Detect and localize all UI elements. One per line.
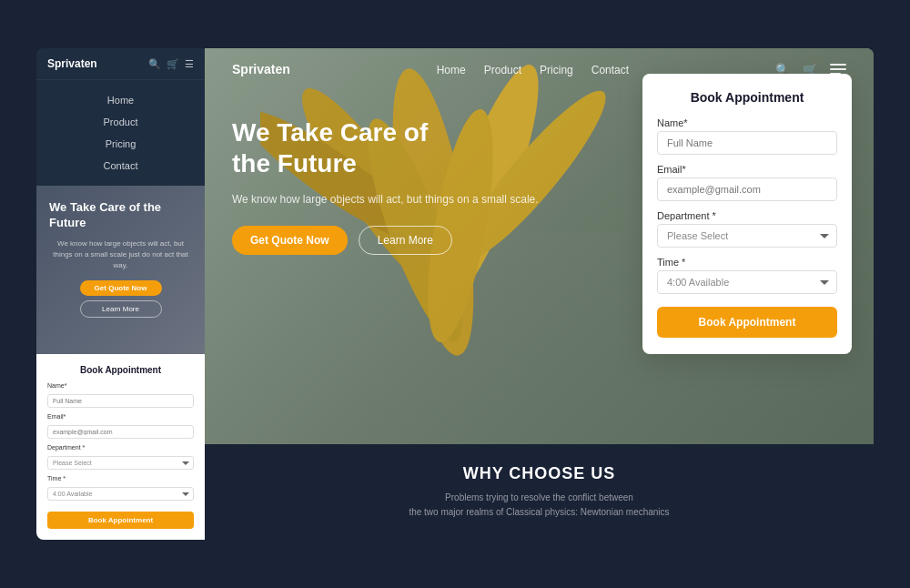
book-card-title: Book Appointment — [657, 90, 837, 105]
mobile-dept-select[interactable]: Please Select — [47, 456, 194, 470]
mobile-dept-group: Department * Please Select — [47, 444, 194, 470]
mobile-nav-contact[interactable]: Contact — [36, 155, 205, 177]
mobile-book-card: Book Appointment Name* Email* Department… — [36, 354, 205, 540]
mobile-quote-button[interactable]: Get Quote Now — [80, 280, 162, 296]
hero-title-line2: the Future — [232, 149, 357, 177]
mobile-time-label: Time * — [47, 475, 194, 482]
search-icon[interactable]: 🔍 — [148, 58, 161, 70]
mobile-name-group: Name* — [47, 382, 194, 408]
mobile-book-button[interactable]: Book Appointment — [47, 512, 194, 529]
mobile-dept-label: Department * — [47, 444, 194, 451]
desktop-nav-links: Home Product Pricing Contact — [437, 61, 629, 77]
menu-icon[interactable]: ☰ — [185, 58, 194, 70]
hero-section: Sprivaten Home Product Pricing Contact 🔍… — [205, 48, 874, 444]
dept-group: Department * Please Select — [657, 210, 837, 248]
name-label: Name* — [657, 117, 837, 128]
email-input[interactable] — [657, 177, 837, 201]
mobile-hero-title: We Take Care of the Future — [49, 200, 192, 231]
book-appointment-button[interactable]: Book Appointment — [657, 307, 837, 338]
mobile-name-label: Name* — [47, 382, 194, 389]
mobile-nav-header: Sprivaten 🔍 🛒 ☰ — [36, 48, 205, 80]
mobile-hero-text: We know how large objects will act, but … — [49, 238, 192, 271]
mobile-logo: Sprivaten — [47, 57, 97, 70]
mobile-btn-group: Get Quote Now Learn More — [49, 280, 192, 318]
cart-icon[interactable]: 🛒 — [167, 58, 179, 70]
book-appointment-card: Book Appointment Name* Email* Department… — [642, 74, 852, 354]
why-text-line2: the two major realms of Classical physic… — [409, 507, 669, 517]
mobile-email-input[interactable] — [47, 425, 194, 439]
dept-label: Department * — [657, 210, 837, 221]
email-label: Email* — [657, 164, 837, 175]
mobile-email-group: Email* — [47, 413, 194, 439]
hero-title: We Take Care of the Future — [232, 117, 560, 178]
why-text-line1: Problems trying to resolve the conflict … — [445, 492, 633, 502]
learn-more-button[interactable]: Learn More — [359, 226, 452, 255]
email-group: Email* — [657, 164, 837, 201]
why-title: WHY CHOOSE US — [232, 464, 846, 483]
time-group: Time * 4:00 Available — [657, 257, 837, 294]
desktop-logo: Sprivaten — [232, 62, 290, 76]
hero-subtitle: We know how large objects will act, but … — [232, 191, 560, 208]
get-quote-button[interactable]: Get Quote Now — [232, 226, 348, 255]
nav-home[interactable]: Home — [437, 64, 466, 76]
nav-contact[interactable]: Contact — [592, 64, 629, 76]
hero-title-line1: We Take Care of — [232, 118, 428, 147]
nav-product[interactable]: Product — [484, 64, 521, 76]
dept-select[interactable]: Please Select — [657, 224, 837, 248]
mobile-learn-button[interactable]: Learn More — [80, 300, 162, 318]
time-select[interactable]: 4:00 Available — [657, 270, 837, 294]
name-group: Name* — [657, 117, 837, 155]
mobile-nav-product[interactable]: Product — [36, 111, 205, 133]
desktop-panel: Sprivaten Home Product Pricing Contact 🔍… — [205, 48, 874, 540]
hero-buttons: Get Quote Now Learn More — [232, 226, 560, 255]
mobile-panel: Sprivaten 🔍 🛒 ☰ Home Product Pricing Con… — [36, 48, 205, 540]
nav-pricing[interactable]: Pricing — [540, 64, 573, 76]
mobile-nav-home[interactable]: Home — [36, 89, 205, 111]
why-text: Problems trying to resolve the conflict … — [232, 491, 846, 520]
mobile-nav-pricing[interactable]: Pricing — [36, 133, 205, 155]
mobile-name-input[interactable] — [47, 394, 194, 408]
mobile-book-title: Book Appointment — [47, 365, 194, 375]
mobile-email-label: Email* — [47, 413, 194, 420]
mobile-nav-icons: 🔍 🛒 ☰ — [148, 58, 194, 70]
mobile-hero: We Take Care of the Future We know how l… — [36, 186, 205, 354]
mobile-time-group: Time * 4:00 Available — [47, 475, 194, 501]
mobile-nav-links: Home Product Pricing Contact — [36, 80, 205, 186]
why-section: WHY CHOOSE US Problems trying to resolve… — [205, 444, 874, 540]
mobile-time-select[interactable]: 4:00 Available — [47, 487, 194, 501]
name-input[interactable] — [657, 131, 837, 155]
hero-content: We Take Care of the Future We know how l… — [205, 90, 587, 273]
time-label: Time * — [657, 257, 837, 268]
